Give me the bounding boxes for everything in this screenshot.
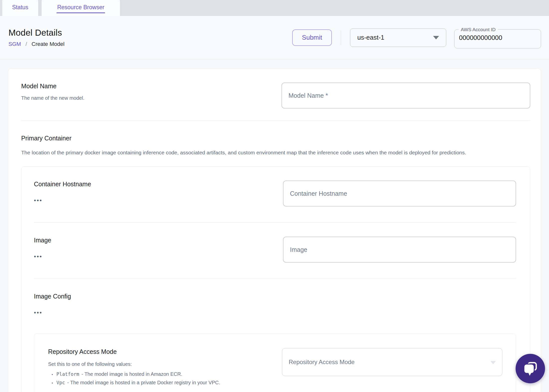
header-divider	[341, 30, 341, 45]
container-hostname-control	[283, 181, 516, 206]
repository-access-mode-select[interactable]	[282, 348, 502, 376]
breadcrumb-separator: /	[25, 41, 27, 47]
aws-account-id-field[interactable]: AWS Account ID 000000000000	[454, 27, 541, 48]
model-details-card: Model Name The name of the new model. Pr…	[8, 68, 541, 392]
ellipsis-expander-icon[interactable]: •••	[34, 255, 266, 258]
option-description: - The model image is hosted in Amazon EC…	[82, 370, 182, 378]
repository-access-mode-control	[282, 348, 502, 376]
bullet-icon: •	[52, 370, 53, 379]
container-hostname-input[interactable]	[283, 181, 516, 206]
bullet-icon: •	[52, 379, 53, 387]
repository-access-mode-label: Repository Access Mode	[48, 348, 265, 355]
repository-access-mode-options-help: • Platform - The model image is hosted i…	[48, 370, 265, 387]
container-hostname-info: Container Hostname •••	[34, 181, 283, 202]
container-hostname-label: Container Hostname	[34, 181, 266, 188]
ellipsis-expander-icon[interactable]: •••	[34, 199, 266, 202]
header-controls: Submit us-east-1 AWS Account ID 00000000…	[292, 27, 541, 48]
ellipsis-expander-icon[interactable]: •••	[34, 311, 499, 314]
tab-bar: Status Resource Browser	[0, 0, 549, 16]
aws-account-id-value[interactable]: 000000000000	[455, 32, 541, 42]
region-select-value: us-east-1	[357, 34, 384, 41]
chevron-down-icon	[490, 361, 496, 364]
repository-access-mode-row: Repository Access Mode Set this to one o…	[48, 348, 502, 387]
list-item: • Vpc - The model image is hosted in a p…	[48, 379, 265, 387]
submit-button[interactable]: Submit	[292, 29, 332, 46]
tab-resource-browser-label: Resource Browser	[57, 3, 105, 13]
tab-status-label: Status	[11, 3, 29, 13]
option-code: Platform	[56, 370, 79, 378]
model-name-row: Model Name The name of the new model.	[21, 83, 530, 108]
header-title-block: Model Details SGM / Create Model	[8, 28, 65, 47]
region-select[interactable]: us-east-1	[350, 28, 446, 47]
image-input[interactable]	[283, 237, 516, 263]
list-item: • Platform - The model image is hosted i…	[48, 370, 265, 379]
primary-container-heading: Primary Container	[21, 135, 530, 142]
page-header: Model Details SGM / Create Model Submit …	[0, 16, 549, 59]
image-row: Image •••	[34, 237, 516, 263]
page-title: Model Details	[8, 28, 65, 38]
container-hostname-row: Container Hostname •••	[34, 181, 516, 206]
image-config-card: Repository Access Mode Set this to one o…	[34, 333, 516, 392]
image-config-label: Image Config	[34, 293, 499, 300]
option-code: Vpc	[56, 379, 65, 387]
divider	[34, 222, 516, 223]
repository-access-mode-info: Repository Access Mode Set this to one o…	[48, 348, 282, 387]
divider	[21, 120, 530, 121]
primary-container-description: The location of the primary docker image…	[21, 148, 530, 157]
model-name-description: The name of the new model.	[21, 95, 264, 101]
image-config-info: Image Config •••	[34, 293, 516, 314]
image-control	[283, 237, 516, 263]
breadcrumb-parent-link[interactable]: SGM	[8, 41, 21, 47]
image-config-row: Image Config •••	[34, 293, 516, 314]
chat-launcher-button[interactable]	[516, 354, 545, 383]
image-info: Image •••	[34, 237, 283, 258]
tab-resource-browser[interactable]: Resource Browser	[42, 0, 120, 16]
divider	[34, 279, 516, 279]
aws-account-id-label: AWS Account ID	[458, 27, 498, 32]
repository-access-mode-intro: Set this to one of the following values:	[48, 361, 265, 367]
tab-status[interactable]: Status	[2, 0, 38, 16]
model-name-control	[281, 83, 530, 108]
chevron-down-icon	[433, 36, 439, 39]
main-content: Model Name The name of the new model. Pr…	[0, 59, 549, 392]
image-label: Image	[34, 237, 266, 244]
chat-bubble-icon	[523, 361, 538, 376]
primary-container-card: Container Hostname ••• Image •••	[21, 166, 530, 392]
option-description: - The model image is hosted in a private…	[67, 379, 220, 387]
model-name-label: Model Name	[21, 83, 264, 90]
breadcrumb-current: Create Model	[32, 41, 65, 47]
breadcrumb: SGM / Create Model	[8, 41, 65, 47]
model-name-info: Model Name The name of the new model.	[21, 83, 281, 101]
repository-access-mode-input[interactable]	[282, 348, 502, 376]
model-name-input[interactable]	[281, 83, 530, 108]
